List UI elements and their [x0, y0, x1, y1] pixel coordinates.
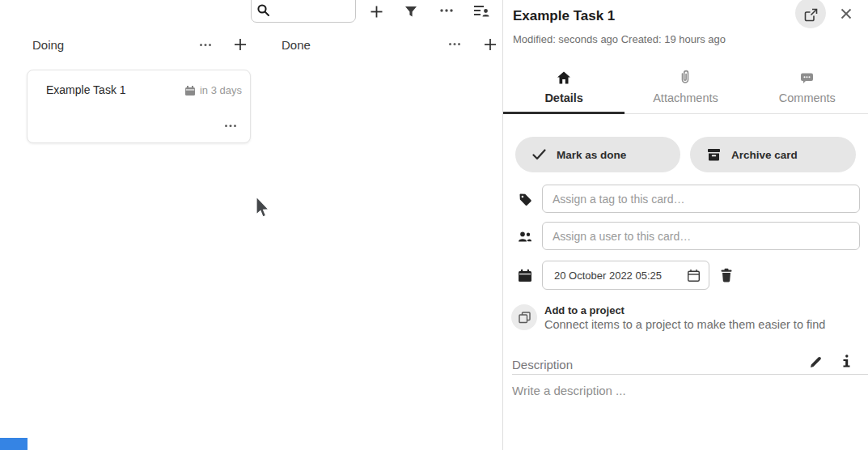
- edit-description-button[interactable]: [806, 354, 825, 370]
- home-icon: [557, 71, 571, 84]
- open-datepicker-button[interactable]: [687, 269, 701, 282]
- tab-details[interactable]: Details: [503, 57, 625, 113]
- task-card-title: Example Task 1: [46, 83, 126, 96]
- more-options-icon: [448, 42, 461, 46]
- column-doing-add-button[interactable]: [231, 35, 250, 54]
- list-user-view-icon: [473, 4, 489, 18]
- view-options-button[interactable]: [472, 1, 491, 20]
- plus-icon: [484, 38, 497, 51]
- mouse-cursor: [253, 195, 269, 219]
- tab-comments[interactable]: Comments: [747, 57, 868, 113]
- more-options-icon: [199, 43, 212, 47]
- popout-icon: [804, 8, 818, 22]
- filter-button[interactable]: [401, 2, 421, 21]
- check-icon: [532, 149, 546, 160]
- tab-comments-label: Comments: [779, 91, 836, 104]
- add-card-button[interactable]: [366, 2, 386, 21]
- column-title-doing: Doing: [32, 38, 64, 52]
- more-options-icon: [224, 124, 237, 128]
- add-to-project-subtitle: Connect items to a project to make them …: [544, 318, 825, 331]
- archive-box-icon: [707, 148, 721, 161]
- calendar-icon: [184, 85, 196, 96]
- users-icon: [518, 229, 532, 244]
- archive-card-button[interactable]: Archive card: [690, 137, 856, 172]
- panel-meta: Modified: seconds ago Created: 19 hours …: [513, 33, 726, 45]
- board-menu-button[interactable]: [437, 1, 456, 20]
- comment-icon: [800, 72, 814, 84]
- due-date-field[interactable]: 20 October 2022 05:25: [542, 261, 709, 290]
- task-card-menu-button[interactable]: [221, 118, 240, 133]
- tag-icon: [518, 192, 532, 206]
- blue-corner-marker: [0, 438, 28, 450]
- add-to-project-button[interactable]: [511, 304, 537, 330]
- plus-icon: [370, 5, 383, 19]
- stacked-windows-icon: [518, 311, 531, 324]
- assign-user-input[interactable]: [542, 222, 860, 250]
- popout-button[interactable]: [795, 0, 826, 28]
- description-label: Description: [512, 358, 573, 371]
- calendar-icon: [518, 268, 532, 282]
- paperclip-icon: [680, 70, 690, 84]
- tab-details-label: Details: [544, 91, 583, 104]
- column-title-done: Done: [282, 38, 311, 52]
- mark-as-done-label: Mark as done: [557, 149, 626, 161]
- task-detail-panel: Example Task 1 Modified: seconds ago Cre…: [503, 0, 868, 450]
- archive-card-label: Archive card: [731, 149, 798, 161]
- calendar-outline-icon: [687, 269, 701, 282]
- kanban-app-window: Doing Done Example Task: [0, 0, 868, 450]
- close-icon: [840, 8, 852, 19]
- task-card[interactable]: Example Task 1 in 3 days: [27, 70, 251, 143]
- pencil-icon: [809, 355, 823, 369]
- detail-tabs: Details Attachments Comments: [503, 57, 868, 114]
- column-doing-menu-button[interactable]: [196, 35, 215, 54]
- column-done-menu-button[interactable]: [445, 34, 464, 53]
- filter-funnel-icon: [404, 6, 417, 18]
- info-icon: [841, 354, 851, 368]
- trash-icon: [720, 268, 733, 282]
- remove-due-date-button[interactable]: [720, 268, 733, 282]
- more-options-icon: [439, 8, 454, 13]
- panel-title: Example Task 1: [513, 8, 615, 24]
- add-to-project-title: Add to a project: [544, 304, 625, 316]
- assign-tag-input[interactable]: [542, 185, 860, 213]
- description-placeholder[interactable]: Write a description ...: [512, 384, 626, 397]
- task-card-due-text: in 3 days: [200, 84, 242, 96]
- column-done-add-button[interactable]: [481, 35, 500, 54]
- tab-attachments-label: Attachments: [653, 91, 718, 104]
- tab-attachments[interactable]: Attachments: [625, 57, 746, 113]
- description-info-button[interactable]: [836, 352, 856, 370]
- close-panel-button[interactable]: [836, 4, 856, 23]
- task-card-due: in 3 days: [184, 84, 242, 96]
- plus-icon: [234, 38, 247, 51]
- due-date-value: 20 October 2022 05:25: [554, 270, 662, 282]
- board-area: Doing Done Example Task: [0, 0, 502, 450]
- mark-as-done-button[interactable]: Mark as done: [515, 137, 680, 172]
- search-icon: [256, 3, 270, 17]
- description-divider: [512, 374, 868, 375]
